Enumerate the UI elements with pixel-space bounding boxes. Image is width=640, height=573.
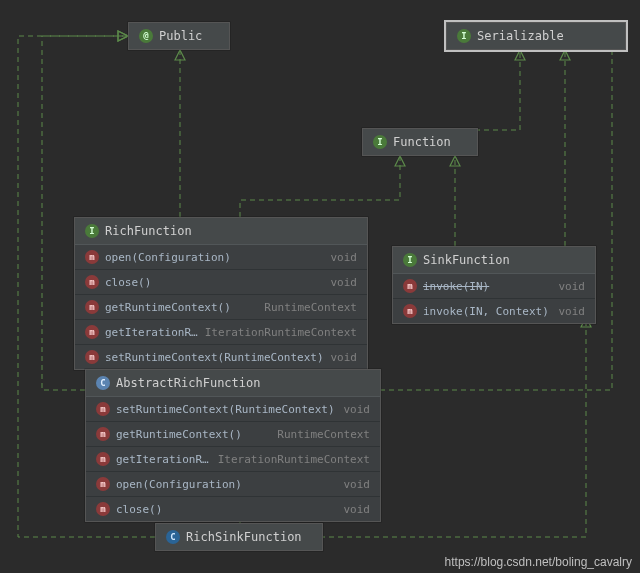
method-row: minvoke(IN)void — [393, 274, 595, 298]
node-abstractrichfunction[interactable]: C AbstractRichFunction msetRuntimeContex… — [85, 369, 381, 522]
method-icon: m — [403, 279, 417, 293]
method-row: mgetRuntimeContext()RuntimeContext — [75, 294, 367, 319]
method-icon: m — [85, 350, 99, 364]
method-list: mopen(Configuration)void mclose()void mg… — [75, 245, 367, 369]
method-icon: m — [96, 452, 110, 466]
node-serializable[interactable]: I Serializable — [446, 22, 626, 50]
method-icon: m — [96, 502, 110, 516]
method-row: mgetRuntimeContext()RuntimeContext — [86, 421, 380, 446]
node-public[interactable]: @ Public — [128, 22, 230, 50]
node-title: RichFunction — [105, 224, 192, 238]
watermark-text: https://blog.csdn.net/boling_cavalry — [445, 555, 632, 569]
node-sinkfunction[interactable]: I SinkFunction minvoke(IN)void minvoke(I… — [392, 246, 596, 324]
method-row: mgetIterationRuntimeContext()IterationRu… — [86, 446, 380, 471]
interface-icon: I — [85, 224, 99, 238]
node-richfunction[interactable]: I RichFunction mopen(Configuration)void … — [74, 217, 368, 370]
method-icon: m — [85, 275, 99, 289]
node-header: C RichSinkFunction — [156, 524, 322, 550]
interface-icon: I — [403, 253, 417, 267]
interface-icon: I — [373, 135, 387, 149]
node-header: I SinkFunction — [393, 247, 595, 274]
node-richsinkfunction[interactable]: C RichSinkFunction — [155, 523, 323, 551]
method-icon: m — [85, 325, 99, 339]
class-icon: C — [166, 530, 180, 544]
node-title: RichSinkFunction — [186, 530, 302, 544]
method-row: msetRuntimeContext(RuntimeContext)void — [86, 397, 380, 421]
method-row: msetRuntimeContext(RuntimeContext)void — [75, 344, 367, 369]
method-row: mclose()void — [86, 496, 380, 521]
abstract-class-icon: C — [96, 376, 110, 390]
node-header: C AbstractRichFunction — [86, 370, 380, 397]
uml-canvas: { "watermark":"https://blog.csdn.net/bol… — [0, 0, 640, 573]
node-title: AbstractRichFunction — [116, 376, 261, 390]
interface-icon: I — [457, 29, 471, 43]
node-header: I Serializable — [447, 23, 625, 49]
method-icon: m — [85, 300, 99, 314]
method-icon: m — [85, 250, 99, 264]
method-icon: m — [96, 427, 110, 441]
node-header: I RichFunction — [75, 218, 367, 245]
method-row: mclose()void — [75, 269, 367, 294]
method-list: msetRuntimeContext(RuntimeContext)void m… — [86, 397, 380, 521]
node-title: SinkFunction — [423, 253, 510, 267]
node-title: Function — [393, 135, 451, 149]
annotation-icon: @ — [139, 29, 153, 43]
method-icon: m — [96, 402, 110, 416]
node-header: I Function — [363, 129, 477, 155]
node-title: Public — [159, 29, 202, 43]
method-icon: m — [96, 477, 110, 491]
node-function[interactable]: I Function — [362, 128, 478, 156]
method-row: mgetIterationRuntimeContext()IterationRu… — [75, 319, 367, 344]
method-row: mopen(Configuration)void — [75, 245, 367, 269]
method-icon: m — [403, 304, 417, 318]
method-list: minvoke(IN)void minvoke(IN, Context)void — [393, 274, 595, 323]
method-row: minvoke(IN, Context)void — [393, 298, 595, 323]
node-header: @ Public — [129, 23, 229, 49]
node-title: Serializable — [477, 29, 564, 43]
method-row: mopen(Configuration)void — [86, 471, 380, 496]
